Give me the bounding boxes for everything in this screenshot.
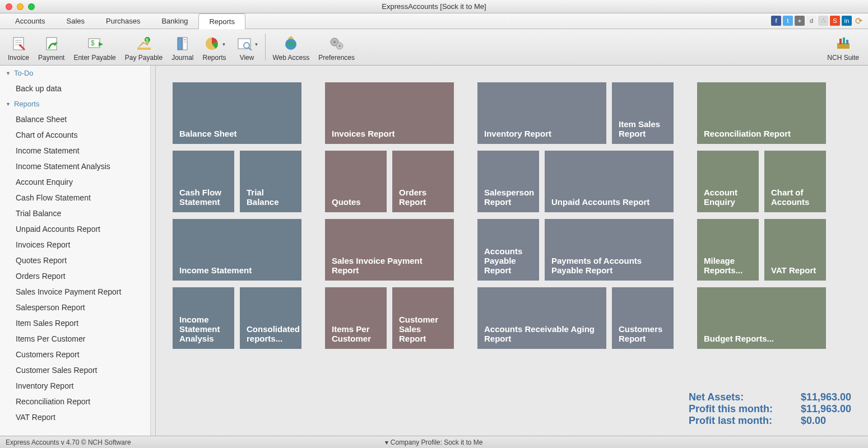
sidebar-item-salesperson-report[interactable]: Salesperson Report bbox=[0, 300, 155, 315]
toolbar-view-button[interactable]: ▼View bbox=[231, 30, 263, 64]
stumble-icon[interactable]: S bbox=[830, 16, 840, 26]
report-tile-reconciliation-report[interactable]: Reconciliation Report bbox=[697, 82, 826, 144]
sidebar-item-income-statement[interactable]: Income Statement bbox=[0, 143, 155, 158]
sidebar-section-to-do[interactable]: ▼To-Do bbox=[0, 66, 155, 81]
summary-value: $11,963.00 bbox=[801, 403, 851, 415]
report-tile-cash-flow-statement[interactable]: Cash Flow Statement bbox=[173, 151, 234, 212]
menu-tab-purchases[interactable]: Purchases bbox=[95, 13, 151, 29]
sidebar-item-inventory-report[interactable]: Inventory Report bbox=[0, 378, 155, 394]
report-tile-customer-sales-report[interactable]: Customer Sales Report bbox=[392, 287, 454, 349]
sidebar-item-back-up-data[interactable]: Back up data bbox=[0, 81, 155, 96]
close-window-button[interactable] bbox=[6, 3, 12, 10]
toolbar-reports-button[interactable]: ▼Reports bbox=[198, 30, 231, 64]
web-access-icon bbox=[282, 35, 300, 53]
linkedin-icon[interactable]: in bbox=[842, 16, 852, 26]
tile-label: Sales Invoice Payment Report bbox=[332, 256, 447, 275]
sidebar-item-customers-report[interactable]: Customers Report bbox=[0, 347, 155, 362]
sidebar-item-quotes-report[interactable]: Quotes Report bbox=[0, 253, 155, 268]
sidebar-section-reports[interactable]: ▼Reports bbox=[0, 96, 155, 111]
menu-tab-banking[interactable]: Banking bbox=[151, 13, 198, 29]
report-tile-items-per-customer[interactable]: Items Per Customer bbox=[325, 287, 387, 349]
tile-label: Unpaid Accounts Report bbox=[551, 197, 649, 207]
pay-payable-icon: $ bbox=[134, 35, 152, 53]
menu-tab-sales[interactable]: Sales bbox=[55, 13, 95, 29]
google-icon[interactable]: + bbox=[795, 16, 805, 26]
report-tile-quotes[interactable]: Quotes bbox=[325, 151, 387, 212]
sidebar-item-sales-invoice-payment-report[interactable]: Sales Invoice Payment Report bbox=[0, 284, 155, 300]
sidebar-item-chart-of-accounts[interactable]: Chart of Accounts bbox=[0, 127, 155, 143]
report-tile-income-statement[interactable]: Income Statement bbox=[173, 219, 301, 281]
sidebar-item-trial-balance[interactable]: Trial Balance bbox=[0, 206, 155, 221]
report-tile-orders-report[interactable]: Orders Report bbox=[392, 151, 454, 212]
toolbar-label: Journal bbox=[171, 54, 193, 62]
toolbar-pay-payable-button[interactable]: $Pay Payable bbox=[120, 30, 167, 64]
tile-label: Accounts Payable Report bbox=[484, 246, 532, 275]
report-tile-payments-of-accounts-payable-report[interactable]: Payments of Accounts Payable Report bbox=[545, 219, 674, 281]
share-icon[interactable]: ∴ bbox=[818, 16, 828, 26]
report-tile-mileage-reports[interactable]: Mileage Reports... bbox=[697, 219, 759, 281]
report-tile-sales-invoice-payment-report[interactable]: Sales Invoice Payment Report bbox=[325, 219, 454, 281]
minimize-window-button[interactable] bbox=[17, 3, 24, 10]
svg-text:$: $ bbox=[146, 38, 148, 43]
report-tile-invoices-report[interactable]: Invoices Report bbox=[325, 82, 454, 144]
sidebar-item-income-statement-analysis[interactable]: Income Statement Analysis bbox=[0, 158, 155, 174]
report-tile-customers-report[interactable]: Customers Report bbox=[612, 287, 674, 349]
report-tile-salesperson-report[interactable]: Salesperson Report bbox=[477, 151, 539, 212]
svg-text:$: $ bbox=[91, 39, 95, 47]
twitter-icon[interactable]: t bbox=[783, 16, 793, 26]
report-tile-inventory-report[interactable]: Inventory Report bbox=[477, 82, 606, 144]
report-tile-vat-report[interactable]: VAT Report bbox=[764, 219, 826, 281]
sidebar-item-vat-report[interactable]: VAT Report bbox=[0, 409, 155, 425]
chevron-down-icon: ▼ bbox=[6, 71, 11, 76]
svg-marker-9 bbox=[99, 42, 103, 46]
svg-rect-14 bbox=[183, 38, 187, 50]
report-tile-balance-sheet[interactable]: Balance Sheet bbox=[173, 82, 301, 144]
sidebar-item-account-enquiry[interactable]: Account Enquiry bbox=[0, 174, 155, 190]
toolbar-journal-button[interactable]: Journal bbox=[167, 30, 198, 64]
tile-label: Items Per Customer bbox=[332, 324, 380, 343]
report-tile-trial-balance[interactable]: Trial Balance bbox=[240, 151, 301, 212]
report-tile-accounts-payable-report[interactable]: Accounts Payable Report bbox=[477, 219, 539, 281]
zoom-window-button[interactable] bbox=[28, 3, 35, 10]
report-tile-accounts-receivable-aging-report[interactable]: Accounts Receivable Aging Report bbox=[477, 287, 606, 349]
sidebar-item-item-sales-report[interactable]: Item Sales Report bbox=[0, 315, 155, 331]
refresh-icon[interactable]: ⟳ bbox=[853, 16, 864, 26]
sidebar-item-balance-sheet[interactable]: Balance Sheet bbox=[0, 111, 155, 127]
report-tile-unpaid-accounts-report[interactable]: Unpaid Accounts Report bbox=[545, 151, 674, 212]
digg-icon[interactable]: d bbox=[806, 16, 816, 26]
toolbar-nch-suite-button[interactable]: NCH Suite bbox=[823, 30, 864, 64]
report-tile-item-sales-report[interactable]: Item Sales Report bbox=[612, 82, 674, 144]
toolbar-label: Pay Payable bbox=[125, 54, 163, 62]
toolbar-invoice-button[interactable]: Invoice bbox=[3, 30, 34, 64]
facebook-icon[interactable]: f bbox=[771, 16, 781, 26]
toolbar-web-access-button[interactable]: Web Access bbox=[268, 30, 314, 64]
report-tile-budget-reports[interactable]: Budget Reports... bbox=[697, 287, 826, 349]
report-tile-chart-of-accounts[interactable]: Chart of Accounts bbox=[764, 151, 826, 212]
main-area: Balance SheetCash Flow StatementTrial Ba… bbox=[156, 66, 868, 436]
report-tile-income-statement-analysis[interactable]: Income Statement Analysis bbox=[173, 287, 234, 349]
svg-rect-10 bbox=[137, 48, 151, 50]
enter-payable-icon: $ bbox=[86, 35, 104, 53]
report-tile-consolidated-reports[interactable]: Consolidated reports... bbox=[240, 287, 301, 349]
sidebar-item-items-per-customer[interactable]: Items Per Customer bbox=[0, 331, 155, 347]
tile-label: Orders Report bbox=[399, 188, 447, 207]
toolbar-preferences-button[interactable]: Preferences bbox=[314, 30, 359, 64]
toolbar-payment-button[interactable]: Payment bbox=[34, 30, 69, 64]
report-tile-account-enquiry[interactable]: Account Enquiry bbox=[697, 151, 759, 212]
sidebar-item-customer-sales-report[interactable]: Customer Sales Report bbox=[0, 362, 155, 378]
sidebar-item-orders-report[interactable]: Orders Report bbox=[0, 268, 155, 284]
menu-tab-accounts[interactable]: Accounts bbox=[4, 13, 55, 29]
menu-bar: AccountsSalesPurchasesBankingReports ft+… bbox=[0, 13, 868, 29]
reports-icon bbox=[203, 35, 221, 53]
tile-label: Reconciliation Report bbox=[704, 129, 791, 138]
sidebar-item-reconciliation-report[interactable]: Reconciliation Report bbox=[0, 394, 155, 409]
tile-label: Account Enquiry bbox=[704, 188, 752, 207]
tile-label: Salesperson Report bbox=[484, 188, 534, 207]
tile-label: Budget Reports... bbox=[704, 334, 774, 343]
sidebar-item-cash-flow-statement[interactable]: Cash Flow Statement bbox=[0, 190, 155, 206]
menu-tab-reports[interactable]: Reports bbox=[198, 13, 245, 29]
sidebar-item-invoices-report[interactable]: Invoices Report bbox=[0, 237, 155, 253]
tile-label: Cash Flow Statement bbox=[179, 188, 228, 207]
sidebar-item-unpaid-accounts-report[interactable]: Unpaid Accounts Report bbox=[0, 221, 155, 237]
toolbar-enter-payable-button[interactable]: $Enter Payable bbox=[69, 30, 120, 64]
